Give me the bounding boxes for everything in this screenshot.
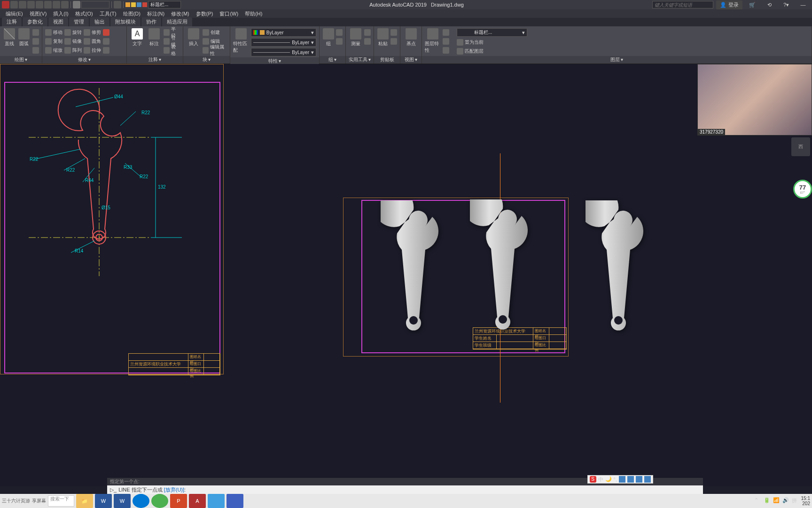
layer-color-icon[interactable]	[142, 2, 147, 7]
qat-layer-dropdown[interactable]: 标题栏...	[148, 1, 181, 8]
tray-volume-icon[interactable]: 🔊	[782, 497, 790, 505]
saveas-icon[interactable]	[36, 1, 43, 8]
light-on-icon[interactable]	[125, 2, 130, 7]
ime-moon-icon[interactable]: 🌙	[605, 476, 612, 483]
menu-window[interactable]: 窗口(W)	[217, 10, 241, 18]
insert-button[interactable]: 插入	[186, 28, 201, 47]
new-icon[interactable]	[10, 1, 18, 8]
plot-icon[interactable]	[44, 1, 52, 8]
tab-manage[interactable]: 管理	[69, 17, 89, 26]
fillet-icon[interactable]	[84, 38, 90, 45]
cart-icon[interactable]: 🛒	[745, 1, 759, 8]
text-button[interactable]: A文字	[130, 28, 145, 47]
freeze-icon[interactable]	[137, 2, 141, 7]
offset-icon[interactable]	[103, 47, 109, 54]
menu-help[interactable]: 帮助(H)	[242, 10, 265, 18]
menu-edit[interactable]: 编辑(E)	[3, 10, 26, 18]
menu-dim[interactable]: 标注(N)	[144, 10, 167, 18]
table-icon[interactable]	[164, 47, 170, 54]
linetype-dropdown[interactable]: ByLayer▾	[251, 48, 316, 56]
array-icon[interactable]	[64, 47, 71, 54]
share-icon[interactable]	[114, 1, 121, 8]
taskbar-ppt-icon[interactable]: P	[170, 494, 187, 508]
layer-match-icon[interactable]	[457, 48, 463, 55]
stretch-icon[interactable]	[84, 47, 90, 54]
taskbar-text-1[interactable]: 三十六计页游	[2, 498, 30, 504]
drawing-canvas[interactable]: Ø44 R22 R22 R22 R22 R33 R44 Ø15 R14 132 …	[0, 64, 812, 486]
help-icon[interactable]: ?▾	[779, 1, 793, 8]
explode-icon[interactable]	[103, 38, 109, 45]
qat-search[interactable]	[81, 1, 109, 8]
exchange-icon[interactable]: ⟲	[762, 1, 776, 8]
ungroup-icon[interactable]	[336, 29, 343, 36]
open-icon[interactable]	[19, 1, 26, 8]
scale-icon[interactable]	[45, 47, 52, 54]
menu-modify[interactable]: 修改(M)	[168, 10, 192, 18]
hatch-button[interactable]	[32, 46, 39, 55]
mirror-icon[interactable]	[64, 38, 71, 45]
autocad-logo-icon[interactable]	[2, 1, 9, 8]
measure-button[interactable]: 测量	[349, 28, 362, 47]
undo-icon[interactable]	[53, 1, 60, 8]
rotate-icon[interactable]	[64, 29, 71, 36]
ime-skin-icon[interactable]	[636, 476, 642, 483]
tray-up-icon[interactable]: ⌃	[754, 497, 762, 505]
taskbar-search[interactable]: 搜索一下	[48, 495, 74, 507]
basepoint-button[interactable]: 基点	[403, 28, 419, 47]
taskbar-word-icon[interactable]: W	[95, 494, 112, 508]
view-cube[interactable]: 西	[791, 137, 810, 156]
ime-mic-icon[interactable]	[627, 476, 634, 483]
trim-icon[interactable]	[84, 29, 90, 36]
taskbar-explorer-icon[interactable]: 📁	[76, 494, 93, 508]
taskbar-app2-icon[interactable]	[226, 494, 243, 508]
tab-view[interactable]: 视图	[48, 17, 68, 26]
cut-icon[interactable]	[390, 29, 397, 36]
leader-icon[interactable]	[164, 38, 170, 45]
tray-wifi-icon[interactable]: 📶	[773, 497, 781, 505]
redo-icon[interactable]	[61, 1, 69, 8]
layerprops-button[interactable]: 图层特性	[425, 28, 441, 54]
menu-draw[interactable]: 绘图(D)	[120, 10, 143, 18]
copy-clip-icon[interactable]	[390, 38, 397, 45]
tab-param[interactable]: 参数化	[23, 17, 47, 26]
radius-icon[interactable]	[164, 29, 170, 36]
help-search[interactable]	[652, 1, 713, 8]
ime-punct[interactable]: °,	[614, 476, 617, 482]
taskbar-chrome-icon[interactable]	[151, 494, 168, 508]
block-attr-icon[interactable]	[203, 47, 209, 54]
layer-dropdown[interactable]: 标题栏...▾	[457, 28, 527, 37]
taskbar-text-2[interactable]: 享屏幕	[32, 498, 46, 504]
taskbar-word2-icon[interactable]: W	[114, 494, 131, 508]
tab-annot[interactable]: 注释	[2, 17, 22, 26]
tray-ime-icon[interactable]: 拼	[792, 497, 799, 505]
tab-addon[interactable]: 附加模块	[110, 17, 141, 26]
block-create-icon[interactable]	[203, 29, 209, 36]
circle-button[interactable]	[32, 28, 39, 37]
ime-toolbar[interactable]: S 中 🌙 °,	[587, 475, 653, 484]
tab-output[interactable]: 输出	[90, 17, 109, 26]
login-button[interactable]: 👤 登录	[716, 0, 742, 9]
gear-icon[interactable]	[73, 1, 80, 8]
line-button[interactable]: 直线	[3, 28, 16, 47]
dim-button[interactable]: 标注	[147, 28, 162, 47]
rect-button[interactable]	[32, 37, 39, 46]
tab-collab[interactable]: 协作	[141, 17, 161, 26]
group-button[interactable]: 组	[322, 28, 334, 47]
taskbar-autocad-icon[interactable]: A	[189, 494, 206, 508]
menu-param[interactable]: 参数(P)	[193, 10, 216, 18]
matchprop-button[interactable]: 特性匹配	[233, 28, 249, 54]
performance-badge[interactable]: 7767°	[793, 180, 812, 198]
ime-settings-icon[interactable]	[644, 476, 651, 483]
calc-icon[interactable]	[364, 29, 371, 36]
menu-view[interactable]: 视图(V)	[27, 10, 50, 18]
layer-iso-icon[interactable]	[443, 29, 449, 36]
select-icon[interactable]	[364, 38, 371, 45]
menu-tools[interactable]: 工具(T)	[97, 10, 119, 18]
tray-battery-icon[interactable]: 🔋	[764, 497, 771, 505]
copy-icon[interactable]	[45, 38, 52, 45]
save-icon[interactable]	[27, 1, 35, 8]
layer-freeze-icon[interactable]	[443, 38, 449, 45]
color-dropdown[interactable]: ByLayer▾	[251, 28, 316, 37]
group-edit-icon[interactable]	[336, 38, 343, 45]
tab-featured[interactable]: 精选应用	[162, 17, 192, 26]
